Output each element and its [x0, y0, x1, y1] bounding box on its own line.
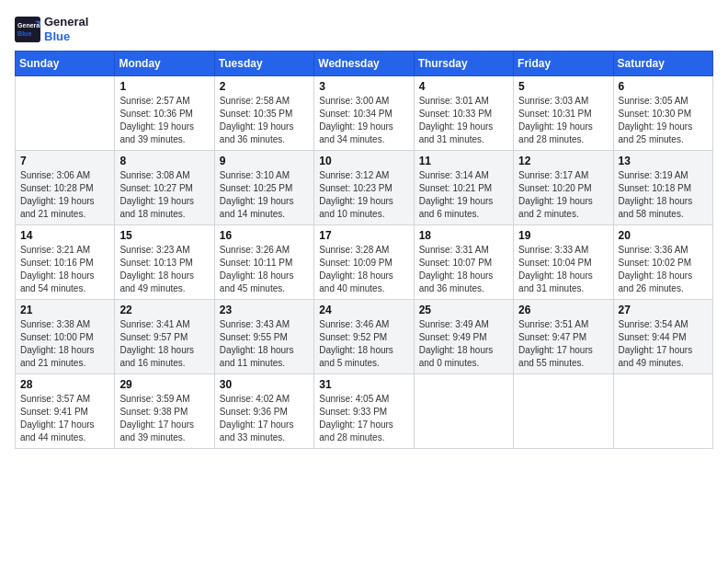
day-number: 17 [319, 229, 408, 242]
day-detail: Sunrise: 3:31 AM Sunset: 10:07 PM Daylig… [419, 244, 508, 295]
day-detail: Sunrise: 3:51 AM Sunset: 9:47 PM Dayligh… [518, 318, 608, 370]
calendar-cell: 2Sunrise: 2:58 AM Sunset: 10:35 PM Dayli… [214, 76, 313, 151]
logo-blue-text: Blue [44, 29, 88, 44]
calendar-cell: 4Sunrise: 3:01 AM Sunset: 10:33 PM Dayli… [414, 76, 513, 151]
calendar-cell [613, 374, 712, 449]
svg-text:Blue: Blue [17, 30, 31, 37]
day-detail: Sunrise: 3:14 AM Sunset: 10:21 PM Daylig… [419, 169, 508, 221]
day-detail: Sunrise: 3:49 AM Sunset: 9:49 PM Dayligh… [419, 318, 508, 370]
day-number: 25 [419, 304, 508, 316]
page-header: General Blue General Blue [15, 15, 713, 43]
calendar-cell: 21Sunrise: 3:38 AM Sunset: 10:00 PM Dayl… [16, 300, 115, 374]
day-number: 21 [20, 304, 109, 316]
day-number: 9 [220, 155, 309, 167]
calendar-cell [414, 374, 513, 449]
calendar-cell: 19Sunrise: 3:33 AM Sunset: 10:04 PM Dayl… [514, 225, 613, 300]
header-day-sunday: Sunday [16, 52, 115, 76]
day-detail: Sunrise: 3:36 AM Sunset: 10:02 PM Daylig… [619, 244, 708, 295]
calendar-cell: 20Sunrise: 3:36 AM Sunset: 10:02 PM Dayl… [613, 225, 712, 300]
day-detail: Sunrise: 4:05 AM Sunset: 9:33 PM Dayligh… [319, 393, 408, 444]
logo-icon: General Blue [15, 17, 40, 42]
calendar-week-1: 7Sunrise: 3:06 AM Sunset: 10:28 PM Dayli… [16, 151, 713, 225]
calendar-cell: 18Sunrise: 3:31 AM Sunset: 10:07 PM Dayl… [414, 225, 513, 300]
day-detail: Sunrise: 3:41 AM Sunset: 9:57 PM Dayligh… [119, 318, 209, 370]
day-detail: Sunrise: 3:38 AM Sunset: 10:00 PM Daylig… [20, 318, 109, 370]
day-number: 29 [119, 378, 209, 391]
day-number: 19 [518, 229, 608, 242]
day-number: 31 [319, 378, 408, 391]
calendar-cell: 13Sunrise: 3:19 AM Sunset: 10:18 PM Dayl… [613, 151, 712, 225]
header-day-monday: Monday [115, 52, 214, 76]
day-number: 22 [119, 304, 209, 316]
calendar-week-2: 14Sunrise: 3:21 AM Sunset: 10:16 PM Dayl… [16, 225, 713, 300]
calendar-table: SundayMondayTuesdayWednesdayThursdayFrid… [15, 51, 713, 449]
calendar-cell: 28Sunrise: 3:57 AM Sunset: 9:41 PM Dayli… [16, 374, 115, 449]
calendar-cell: 22Sunrise: 3:41 AM Sunset: 9:57 PM Dayli… [115, 300, 214, 374]
day-number: 3 [319, 80, 408, 93]
day-number: 26 [518, 304, 608, 316]
svg-text:General: General [17, 21, 40, 28]
calendar-cell: 25Sunrise: 3:49 AM Sunset: 9:49 PM Dayli… [414, 300, 513, 374]
logo-general-text: General [44, 15, 88, 29]
day-detail: Sunrise: 3:59 AM Sunset: 9:38 PM Dayligh… [119, 393, 209, 444]
calendar-cell: 30Sunrise: 4:02 AM Sunset: 9:36 PM Dayli… [214, 374, 313, 449]
logo: General Blue General Blue [15, 15, 88, 43]
day-detail: Sunrise: 2:57 AM Sunset: 10:36 PM Daylig… [119, 95, 209, 146]
calendar-header: SundayMondayTuesdayWednesdayThursdayFrid… [16, 52, 713, 76]
calendar-cell: 3Sunrise: 3:00 AM Sunset: 10:34 PM Dayli… [314, 76, 414, 151]
calendar-cell: 15Sunrise: 3:23 AM Sunset: 10:13 PM Dayl… [115, 225, 214, 300]
day-detail: Sunrise: 3:28 AM Sunset: 10:09 PM Daylig… [319, 244, 408, 295]
calendar-cell: 12Sunrise: 3:17 AM Sunset: 10:20 PM Dayl… [514, 151, 613, 225]
day-number: 6 [619, 80, 708, 93]
day-number: 23 [220, 304, 309, 316]
day-detail: Sunrise: 3:43 AM Sunset: 9:55 PM Dayligh… [220, 318, 309, 370]
calendar-cell: 23Sunrise: 3:43 AM Sunset: 9:55 PM Dayli… [214, 300, 313, 374]
day-detail: Sunrise: 3:33 AM Sunset: 10:04 PM Daylig… [518, 244, 608, 295]
day-detail: Sunrise: 3:26 AM Sunset: 10:11 PM Daylig… [220, 244, 309, 295]
day-detail: Sunrise: 3:05 AM Sunset: 10:30 PM Daylig… [619, 95, 708, 146]
calendar-week-0: 1Sunrise: 2:57 AM Sunset: 10:36 PM Dayli… [16, 76, 713, 151]
calendar-cell: 1Sunrise: 2:57 AM Sunset: 10:36 PM Dayli… [115, 76, 214, 151]
day-detail: Sunrise: 2:58 AM Sunset: 10:35 PM Daylig… [220, 95, 309, 146]
day-number: 5 [518, 80, 608, 93]
day-number: 11 [419, 155, 508, 167]
day-number: 8 [119, 155, 209, 167]
day-detail: Sunrise: 4:02 AM Sunset: 9:36 PM Dayligh… [220, 393, 309, 444]
day-detail: Sunrise: 3:21 AM Sunset: 10:16 PM Daylig… [20, 244, 109, 295]
day-number: 12 [518, 155, 608, 167]
day-detail: Sunrise: 3:08 AM Sunset: 10:27 PM Daylig… [119, 169, 209, 221]
day-detail: Sunrise: 3:23 AM Sunset: 10:13 PM Daylig… [119, 244, 209, 295]
calendar-cell: 17Sunrise: 3:28 AM Sunset: 10:09 PM Dayl… [314, 225, 414, 300]
calendar-cell: 31Sunrise: 4:05 AM Sunset: 9:33 PM Dayli… [314, 374, 414, 449]
calendar-week-4: 28Sunrise: 3:57 AM Sunset: 9:41 PM Dayli… [16, 374, 713, 449]
day-number: 18 [419, 229, 508, 242]
day-detail: Sunrise: 3:57 AM Sunset: 9:41 PM Dayligh… [20, 393, 109, 444]
calendar-week-3: 21Sunrise: 3:38 AM Sunset: 10:00 PM Dayl… [16, 300, 713, 374]
day-detail: Sunrise: 3:19 AM Sunset: 10:18 PM Daylig… [619, 169, 708, 221]
calendar-cell: 5Sunrise: 3:03 AM Sunset: 10:31 PM Dayli… [514, 76, 613, 151]
header-day-friday: Friday [514, 52, 613, 76]
calendar-cell: 27Sunrise: 3:54 AM Sunset: 9:44 PM Dayli… [613, 300, 712, 374]
day-number: 28 [20, 378, 109, 391]
day-detail: Sunrise: 3:46 AM Sunset: 9:52 PM Dayligh… [319, 318, 408, 370]
day-number: 24 [319, 304, 408, 316]
calendar-cell: 9Sunrise: 3:10 AM Sunset: 10:25 PM Dayli… [214, 151, 313, 225]
calendar-cell: 7Sunrise: 3:06 AM Sunset: 10:28 PM Dayli… [16, 151, 115, 225]
day-detail: Sunrise: 3:03 AM Sunset: 10:31 PM Daylig… [518, 95, 608, 146]
header-row: SundayMondayTuesdayWednesdayThursdayFrid… [16, 52, 713, 76]
calendar-cell [16, 76, 115, 151]
calendar-cell: 14Sunrise: 3:21 AM Sunset: 10:16 PM Dayl… [16, 225, 115, 300]
day-number: 16 [220, 229, 309, 242]
day-number: 13 [619, 155, 708, 167]
day-number: 15 [119, 229, 209, 242]
day-detail: Sunrise: 3:01 AM Sunset: 10:33 PM Daylig… [419, 95, 508, 146]
day-detail: Sunrise: 3:00 AM Sunset: 10:34 PM Daylig… [319, 95, 408, 146]
calendar-body: 1Sunrise: 2:57 AM Sunset: 10:36 PM Dayli… [16, 76, 713, 449]
header-day-thursday: Thursday [414, 52, 513, 76]
calendar-cell: 16Sunrise: 3:26 AM Sunset: 10:11 PM Dayl… [214, 225, 313, 300]
calendar-cell: 8Sunrise: 3:08 AM Sunset: 10:27 PM Dayli… [115, 151, 214, 225]
day-detail: Sunrise: 3:54 AM Sunset: 9:44 PM Dayligh… [619, 318, 708, 370]
svg-rect-0 [15, 17, 40, 42]
day-number: 27 [619, 304, 708, 316]
day-number: 10 [319, 155, 408, 167]
